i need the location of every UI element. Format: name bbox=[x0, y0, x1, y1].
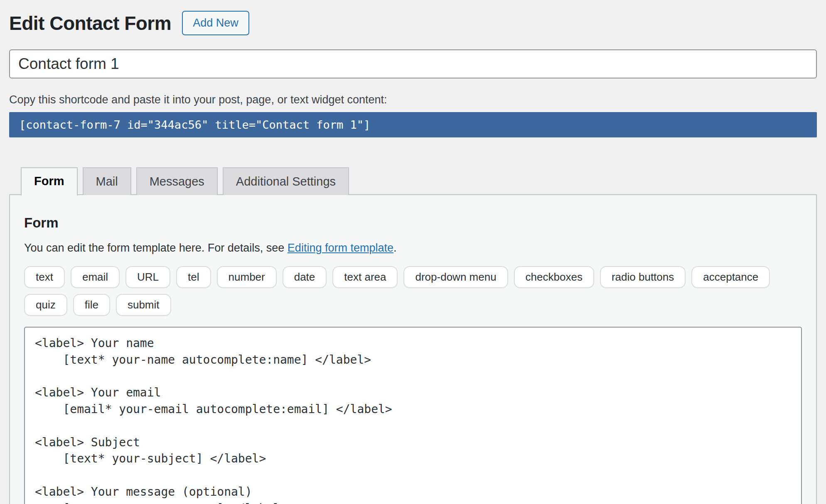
panel-heading: Form bbox=[24, 215, 802, 231]
tab-additional-settings[interactable]: Additional Settings bbox=[223, 167, 349, 195]
tag-generator-buttons: textemailURLtelnumberdatetext areadrop-d… bbox=[24, 266, 802, 316]
form-title-input[interactable] bbox=[9, 49, 817, 78]
tag-button-acceptance[interactable]: acceptance bbox=[691, 266, 770, 288]
add-new-button[interactable]: Add New bbox=[182, 11, 249, 35]
edit-contact-form-page: Edit Contact Form Add New Copy this shor… bbox=[0, 0, 826, 504]
tab-mail[interactable]: Mail bbox=[83, 167, 131, 195]
panel-description-period: . bbox=[393, 242, 397, 254]
editing-form-template-link[interactable]: Editing form template bbox=[288, 242, 393, 254]
shortcode-description: Copy this shortcode and paste it into yo… bbox=[9, 93, 817, 106]
tag-button-email[interactable]: email bbox=[71, 266, 120, 288]
shortcode-field[interactable] bbox=[9, 112, 817, 137]
tag-button-radio-buttons[interactable]: radio buttons bbox=[600, 266, 686, 288]
tab-form[interactable]: Form bbox=[21, 167, 78, 196]
panel-description: You can edit the form template here. For… bbox=[24, 242, 802, 254]
tab-messages[interactable]: Messages bbox=[136, 167, 218, 195]
form-template-editor[interactable]: <label> Your name [text* your-name autoc… bbox=[24, 327, 802, 504]
panel-description-text: You can edit the form template here. For… bbox=[24, 242, 288, 254]
tag-button-submit[interactable]: submit bbox=[116, 294, 171, 316]
tab-bar: FormMailMessagesAdditional Settings bbox=[9, 166, 817, 194]
tag-button-text[interactable]: text bbox=[24, 266, 65, 288]
form-panel: Form You can edit the form template here… bbox=[9, 194, 817, 504]
tag-button-file[interactable]: file bbox=[73, 294, 110, 316]
tag-button-tel[interactable]: tel bbox=[176, 266, 211, 288]
tag-button-quiz[interactable]: quiz bbox=[24, 294, 67, 316]
page-title: Edit Contact Form bbox=[9, 12, 171, 34]
tag-button-url[interactable]: URL bbox=[125, 266, 170, 288]
tag-button-date[interactable]: date bbox=[283, 266, 327, 288]
tag-button-number[interactable]: number bbox=[217, 266, 277, 288]
page-header: Edit Contact Form Add New bbox=[9, 11, 817, 35]
tag-button-text-area[interactable]: text area bbox=[332, 266, 398, 288]
tag-button-drop-down-menu[interactable]: drop-down menu bbox=[403, 266, 508, 288]
tag-button-checkboxes[interactable]: checkboxes bbox=[514, 266, 594, 288]
